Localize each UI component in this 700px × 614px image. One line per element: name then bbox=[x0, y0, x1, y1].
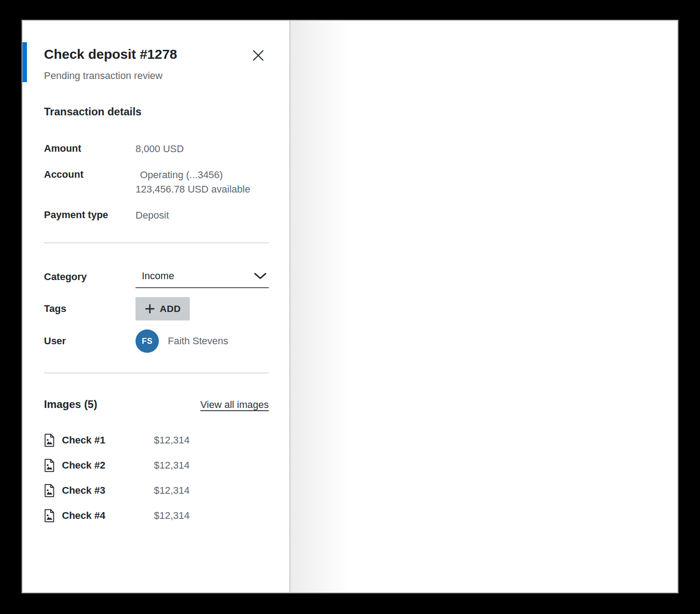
account-balance: 123,456.78 USD available bbox=[136, 182, 269, 197]
view-all-images-link[interactable]: View all images bbox=[201, 399, 269, 411]
add-tag-label: ADD bbox=[160, 303, 181, 314]
image-name: Check #4 bbox=[62, 510, 154, 522]
user-cell: FS Faith Stevens bbox=[136, 329, 269, 353]
edit-fields: Category Income Tags bbox=[44, 267, 269, 353]
image-amount: $12,314 bbox=[154, 510, 269, 522]
image-row-check-3[interactable]: Check #3 $12,314 bbox=[44, 484, 269, 497]
transaction-details-heading: Transaction details bbox=[44, 104, 269, 119]
drawer-title: Check deposit #1278 bbox=[44, 45, 177, 64]
close-icon bbox=[252, 49, 264, 61]
main-content-blank bbox=[290, 21, 678, 592]
screen-background: Check deposit #1278 Pending transaction … bbox=[0, 0, 700, 614]
tags-label: Tags bbox=[44, 302, 136, 316]
image-name: Check #2 bbox=[62, 460, 154, 471]
image-amount: $12,314 bbox=[154, 460, 269, 471]
user-avatar: FS bbox=[136, 329, 159, 353]
account-label: Account bbox=[44, 168, 136, 197]
chevron-down-icon bbox=[254, 272, 267, 280]
category-selected-value: Income bbox=[142, 269, 174, 283]
divider bbox=[44, 373, 269, 373]
account-name: Operating (...3456) bbox=[136, 168, 269, 182]
app-window: Check deposit #1278 Pending transaction … bbox=[22, 20, 678, 593]
user-name: Faith Stevens bbox=[168, 335, 228, 347]
image-file-icon bbox=[44, 459, 55, 472]
category-label: Category bbox=[44, 267, 136, 284]
accent-bar bbox=[22, 42, 27, 82]
amount-value: 8,000 USD bbox=[136, 142, 269, 156]
image-amount: $12,314 bbox=[154, 485, 269, 496]
transaction-detail-drawer: Check deposit #1278 Pending transaction … bbox=[22, 21, 290, 592]
image-amount: $12,314 bbox=[154, 434, 269, 446]
plus-icon bbox=[144, 303, 155, 314]
amount-label: Amount bbox=[44, 142, 136, 156]
payment-type-value: Deposit bbox=[136, 208, 269, 223]
image-file-icon bbox=[44, 484, 55, 497]
account-value: Operating (...3456) 123,456.78 USD avail… bbox=[136, 168, 269, 197]
images-heading: Images (5) bbox=[44, 397, 97, 412]
close-button[interactable] bbox=[250, 48, 266, 63]
divider bbox=[44, 242, 269, 243]
image-name: Check #1 bbox=[62, 434, 154, 446]
tags-row: Tags ADD bbox=[44, 297, 269, 320]
detail-row-payment-type: Payment type Deposit bbox=[44, 208, 269, 223]
detail-row-account: Account Operating (...3456) 123,456.78 U… bbox=[44, 168, 269, 197]
image-list: Check #1 $12,314 Check #2 $12,314 bbox=[44, 434, 269, 522]
user-label: User bbox=[44, 334, 136, 348]
images-header: Images (5) View all images bbox=[44, 397, 269, 412]
transaction-details-list: Amount 8,000 USD Account Operating (...3… bbox=[44, 142, 269, 223]
drawer-subtitle: Pending transaction review bbox=[44, 69, 269, 83]
image-row-check-2[interactable]: Check #2 $12,314 bbox=[44, 459, 269, 472]
detail-row-amount: Amount 8,000 USD bbox=[44, 142, 269, 156]
add-tag-button[interactable]: ADD bbox=[136, 297, 190, 320]
image-row-check-4[interactable]: Check #4 $12,314 bbox=[44, 509, 269, 522]
image-file-icon bbox=[44, 434, 55, 447]
user-row: User FS Faith Stevens bbox=[44, 329, 269, 353]
image-file-icon bbox=[44, 509, 55, 522]
drawer-header: Check deposit #1278 bbox=[44, 45, 269, 64]
category-row: Category Income bbox=[44, 267, 269, 288]
category-select[interactable]: Income bbox=[136, 267, 269, 288]
payment-type-label: Payment type bbox=[44, 208, 136, 223]
image-row-check-1[interactable]: Check #1 $12,314 bbox=[44, 434, 269, 447]
image-name: Check #3 bbox=[62, 485, 154, 496]
